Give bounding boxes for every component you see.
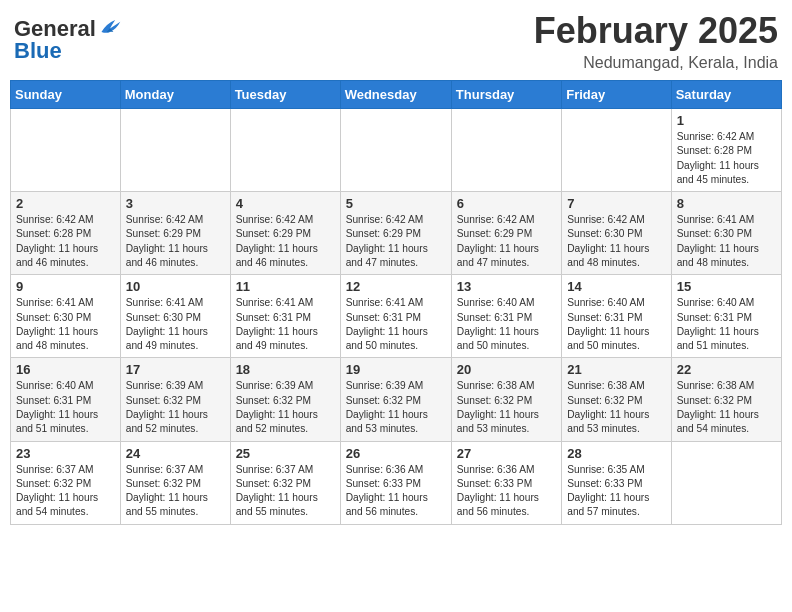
calendar-week-2: 2Sunrise: 6:42 AM Sunset: 6:28 PM Daylig… — [11, 192, 782, 275]
calendar-cell: 8Sunrise: 6:41 AM Sunset: 6:30 PM Daylig… — [671, 192, 781, 275]
calendar-cell: 4Sunrise: 6:42 AM Sunset: 6:29 PM Daylig… — [230, 192, 340, 275]
day-info: Sunrise: 6:36 AM Sunset: 6:33 PM Dayligh… — [457, 463, 556, 520]
calendar-cell: 9Sunrise: 6:41 AM Sunset: 6:30 PM Daylig… — [11, 275, 121, 358]
day-info: Sunrise: 6:39 AM Sunset: 6:32 PM Dayligh… — [236, 379, 335, 436]
day-info: Sunrise: 6:40 AM Sunset: 6:31 PM Dayligh… — [16, 379, 115, 436]
day-info: Sunrise: 6:41 AM Sunset: 6:31 PM Dayligh… — [236, 296, 335, 353]
day-number: 11 — [236, 279, 335, 294]
day-info: Sunrise: 6:37 AM Sunset: 6:32 PM Dayligh… — [16, 463, 115, 520]
page-header: General Blue February 2025 Nedumangad, K… — [10, 10, 782, 72]
day-number: 19 — [346, 362, 446, 377]
calendar-cell: 7Sunrise: 6:42 AM Sunset: 6:30 PM Daylig… — [562, 192, 671, 275]
calendar-cell: 6Sunrise: 6:42 AM Sunset: 6:29 PM Daylig… — [451, 192, 561, 275]
calendar-cell: 19Sunrise: 6:39 AM Sunset: 6:32 PM Dayli… — [340, 358, 451, 441]
day-number: 2 — [16, 196, 115, 211]
day-number: 10 — [126, 279, 225, 294]
calendar-cell: 11Sunrise: 6:41 AM Sunset: 6:31 PM Dayli… — [230, 275, 340, 358]
day-number: 27 — [457, 446, 556, 461]
day-number: 1 — [677, 113, 776, 128]
day-info: Sunrise: 6:38 AM Sunset: 6:32 PM Dayligh… — [677, 379, 776, 436]
day-info: Sunrise: 6:42 AM Sunset: 6:28 PM Dayligh… — [677, 130, 776, 187]
day-info: Sunrise: 6:42 AM Sunset: 6:28 PM Dayligh… — [16, 213, 115, 270]
day-info: Sunrise: 6:38 AM Sunset: 6:32 PM Dayligh… — [457, 379, 556, 436]
day-number: 25 — [236, 446, 335, 461]
calendar-cell: 14Sunrise: 6:40 AM Sunset: 6:31 PM Dayli… — [562, 275, 671, 358]
day-number: 22 — [677, 362, 776, 377]
day-number: 15 — [677, 279, 776, 294]
calendar-cell — [230, 109, 340, 192]
day-number: 26 — [346, 446, 446, 461]
day-number: 17 — [126, 362, 225, 377]
calendar-cell — [671, 441, 781, 524]
weekday-header-row: SundayMondayTuesdayWednesdayThursdayFrid… — [11, 81, 782, 109]
day-info: Sunrise: 6:39 AM Sunset: 6:32 PM Dayligh… — [346, 379, 446, 436]
calendar-cell — [120, 109, 230, 192]
day-number: 13 — [457, 279, 556, 294]
day-info: Sunrise: 6:36 AM Sunset: 6:33 PM Dayligh… — [346, 463, 446, 520]
day-info: Sunrise: 6:38 AM Sunset: 6:32 PM Dayligh… — [567, 379, 665, 436]
day-number: 24 — [126, 446, 225, 461]
logo-general: General — [14, 18, 96, 40]
weekday-header-sunday: Sunday — [11, 81, 121, 109]
day-number: 16 — [16, 362, 115, 377]
day-info: Sunrise: 6:39 AM Sunset: 6:32 PM Dayligh… — [126, 379, 225, 436]
calendar-cell: 28Sunrise: 6:35 AM Sunset: 6:33 PM Dayli… — [562, 441, 671, 524]
calendar-cell: 16Sunrise: 6:40 AM Sunset: 6:31 PM Dayli… — [11, 358, 121, 441]
calendar-cell — [340, 109, 451, 192]
day-number: 18 — [236, 362, 335, 377]
weekday-header-thursday: Thursday — [451, 81, 561, 109]
day-info: Sunrise: 6:41 AM Sunset: 6:30 PM Dayligh… — [126, 296, 225, 353]
calendar-cell: 3Sunrise: 6:42 AM Sunset: 6:29 PM Daylig… — [120, 192, 230, 275]
day-number: 8 — [677, 196, 776, 211]
day-info: Sunrise: 6:37 AM Sunset: 6:32 PM Dayligh… — [236, 463, 335, 520]
day-number: 28 — [567, 446, 665, 461]
logo-blue-text: Blue — [14, 40, 62, 62]
day-number: 23 — [16, 446, 115, 461]
weekday-header-monday: Monday — [120, 81, 230, 109]
weekday-header-tuesday: Tuesday — [230, 81, 340, 109]
calendar-cell: 26Sunrise: 6:36 AM Sunset: 6:33 PM Dayli… — [340, 441, 451, 524]
day-info: Sunrise: 6:42 AM Sunset: 6:29 PM Dayligh… — [346, 213, 446, 270]
calendar-week-3: 9Sunrise: 6:41 AM Sunset: 6:30 PM Daylig… — [11, 275, 782, 358]
month-title: February 2025 — [534, 10, 778, 52]
calendar-cell: 27Sunrise: 6:36 AM Sunset: 6:33 PM Dayli… — [451, 441, 561, 524]
calendar-cell: 5Sunrise: 6:42 AM Sunset: 6:29 PM Daylig… — [340, 192, 451, 275]
day-number: 6 — [457, 196, 556, 211]
calendar-cell: 13Sunrise: 6:40 AM Sunset: 6:31 PM Dayli… — [451, 275, 561, 358]
calendar-cell: 2Sunrise: 6:42 AM Sunset: 6:28 PM Daylig… — [11, 192, 121, 275]
calendar-cell — [11, 109, 121, 192]
day-info: Sunrise: 6:41 AM Sunset: 6:30 PM Dayligh… — [677, 213, 776, 270]
calendar-cell: 18Sunrise: 6:39 AM Sunset: 6:32 PM Dayli… — [230, 358, 340, 441]
calendar-cell: 1Sunrise: 6:42 AM Sunset: 6:28 PM Daylig… — [671, 109, 781, 192]
day-number: 14 — [567, 279, 665, 294]
calendar-week-5: 23Sunrise: 6:37 AM Sunset: 6:32 PM Dayli… — [11, 441, 782, 524]
day-info: Sunrise: 6:42 AM Sunset: 6:29 PM Dayligh… — [126, 213, 225, 270]
calendar-cell — [451, 109, 561, 192]
day-info: Sunrise: 6:40 AM Sunset: 6:31 PM Dayligh… — [567, 296, 665, 353]
calendar-cell: 25Sunrise: 6:37 AM Sunset: 6:32 PM Dayli… — [230, 441, 340, 524]
logo: General Blue — [14, 16, 122, 62]
day-info: Sunrise: 6:42 AM Sunset: 6:30 PM Dayligh… — [567, 213, 665, 270]
day-number: 5 — [346, 196, 446, 211]
calendar-cell: 12Sunrise: 6:41 AM Sunset: 6:31 PM Dayli… — [340, 275, 451, 358]
day-info: Sunrise: 6:35 AM Sunset: 6:33 PM Dayligh… — [567, 463, 665, 520]
day-info: Sunrise: 6:40 AM Sunset: 6:31 PM Dayligh… — [457, 296, 556, 353]
calendar-cell: 24Sunrise: 6:37 AM Sunset: 6:32 PM Dayli… — [120, 441, 230, 524]
day-info: Sunrise: 6:42 AM Sunset: 6:29 PM Dayligh… — [236, 213, 335, 270]
calendar-table: SundayMondayTuesdayWednesdayThursdayFrid… — [10, 80, 782, 525]
calendar-cell: 10Sunrise: 6:41 AM Sunset: 6:30 PM Dayli… — [120, 275, 230, 358]
logo-bird-icon — [98, 16, 122, 36]
calendar-cell: 20Sunrise: 6:38 AM Sunset: 6:32 PM Dayli… — [451, 358, 561, 441]
day-number: 3 — [126, 196, 225, 211]
calendar-cell: 21Sunrise: 6:38 AM Sunset: 6:32 PM Dayli… — [562, 358, 671, 441]
weekday-header-wednesday: Wednesday — [340, 81, 451, 109]
day-number: 4 — [236, 196, 335, 211]
calendar-cell: 22Sunrise: 6:38 AM Sunset: 6:32 PM Dayli… — [671, 358, 781, 441]
day-info: Sunrise: 6:40 AM Sunset: 6:31 PM Dayligh… — [677, 296, 776, 353]
calendar-cell: 15Sunrise: 6:40 AM Sunset: 6:31 PM Dayli… — [671, 275, 781, 358]
calendar-week-4: 16Sunrise: 6:40 AM Sunset: 6:31 PM Dayli… — [11, 358, 782, 441]
calendar-cell: 23Sunrise: 6:37 AM Sunset: 6:32 PM Dayli… — [11, 441, 121, 524]
day-number: 20 — [457, 362, 556, 377]
day-info: Sunrise: 6:42 AM Sunset: 6:29 PM Dayligh… — [457, 213, 556, 270]
weekday-header-saturday: Saturday — [671, 81, 781, 109]
